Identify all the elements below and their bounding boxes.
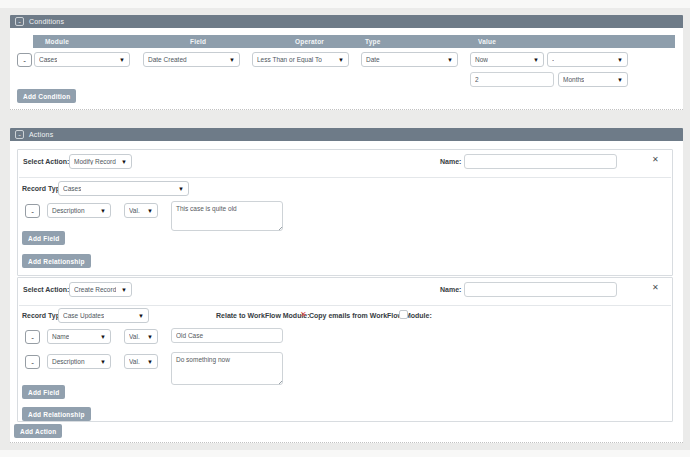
field-select-value: Name — [52, 333, 69, 340]
relate-remove-icon[interactable]: ✕ — [300, 310, 307, 319]
record-type-value: Case Updates — [63, 312, 104, 319]
remove-condition-button[interactable]: - — [17, 53, 32, 67]
condition-value-amount-input[interactable] — [470, 72, 554, 87]
chevron-down-icon: ▼ — [121, 287, 127, 293]
field-value-textarea[interactable]: Do something now — [171, 352, 283, 385]
conditions-title: Conditions — [29, 18, 64, 25]
field-select[interactable]: Description ▼ — [47, 354, 111, 369]
add-field-button[interactable]: Add Field — [22, 231, 65, 245]
actions-title: Actions — [29, 131, 53, 138]
condition-value-operator-select[interactable]: - ▼ — [547, 52, 628, 67]
workflow-editor: - Conditions Module Field Operator Type … — [0, 0, 690, 457]
field-value-input[interactable] — [171, 328, 283, 343]
value-type-select[interactable]: Val. ▼ — [124, 354, 158, 369]
conditions-panel-header[interactable]: - Conditions — [10, 15, 683, 28]
condition-operator-select[interactable]: Less Than or Equal To ▼ — [252, 52, 349, 67]
column-header-field: Field — [190, 35, 206, 48]
action-name-label: Name: — [440, 158, 461, 165]
chevron-down-icon: ▼ — [119, 57, 125, 63]
chevron-down-icon: ▼ — [617, 57, 623, 63]
conditions-body: Module Field Operator Type Value - Cases… — [10, 28, 683, 110]
close-icon[interactable]: ✕ — [652, 155, 659, 164]
chevron-down-icon: ▼ — [138, 313, 144, 319]
column-header-operator: Operator — [295, 35, 324, 48]
column-header-module: Module — [45, 35, 69, 48]
action-type-value: Create Record — [74, 286, 116, 293]
relate-to-workflow-label: Relate to WorkFlow Module: — [216, 312, 310, 319]
chevron-down-icon: ▼ — [178, 186, 184, 192]
add-action-button[interactable]: Add Action — [14, 424, 62, 438]
value-type-value: Val. — [129, 358, 140, 365]
action-name-input[interactable] — [464, 282, 617, 297]
action-type-select[interactable]: Create Record ▼ — [69, 282, 132, 297]
chevron-down-icon: ▼ — [338, 57, 344, 63]
condition-value-source-select[interactable]: Now ▼ — [470, 52, 544, 67]
copy-emails-label: Copy emails from WorkFlow Module: — [309, 312, 432, 319]
collapse-icon[interactable]: - — [15, 17, 24, 26]
conditions-panel: - Conditions Module Field Operator Type … — [10, 15, 683, 110]
chevron-down-icon: ▼ — [447, 57, 453, 63]
close-icon[interactable]: ✕ — [652, 283, 659, 292]
condition-field-select[interactable]: Date Created ▼ — [143, 52, 240, 67]
select-action-label: Select Action: — [23, 286, 69, 293]
remove-field-button[interactable]: - — [25, 330, 40, 344]
value-type-select[interactable]: Val. ▼ — [124, 329, 158, 344]
condition-value-unit-select[interactable]: Months ▼ — [558, 72, 628, 87]
field-select-value: Description — [52, 358, 85, 365]
collapse-icon[interactable]: - — [15, 130, 24, 139]
condition-type-value: Date — [366, 56, 380, 63]
column-header-type: Type — [365, 35, 381, 48]
add-relationship-button[interactable]: Add Relationship — [22, 407, 91, 421]
condition-module-select[interactable]: Cases ▼ — [34, 52, 130, 67]
chevron-down-icon: ▼ — [100, 359, 106, 365]
field-select[interactable]: Description ▼ — [47, 203, 111, 218]
condition-value-source: Now — [475, 56, 488, 63]
action-box-create-record: Select Action: Create Record ▼ Name: ✕ R… — [17, 277, 673, 422]
chevron-down-icon: ▼ — [121, 159, 127, 165]
field-select[interactable]: Name ▼ — [47, 329, 111, 344]
actions-panel-header[interactable]: - Actions — [10, 128, 683, 141]
chevron-down-icon: ▼ — [533, 57, 539, 63]
divider — [19, 305, 671, 306]
condition-operator-value: Less Than or Equal To — [257, 56, 322, 63]
record-type-select[interactable]: Case Updates ▼ — [58, 308, 149, 323]
condition-field-value: Date Created — [148, 56, 187, 63]
select-action-label: Select Action: — [23, 158, 69, 165]
action-type-select[interactable]: Modify Record ▼ — [69, 154, 132, 169]
condition-module-value: Cases — [39, 56, 57, 63]
remove-field-button[interactable]: - — [25, 355, 40, 369]
divider — [19, 177, 671, 178]
chevron-down-icon: ▼ — [100, 208, 106, 214]
previous-panel-edge — [0, 0, 690, 8]
record-type-select[interactable]: Cases ▼ — [58, 181, 189, 196]
next-panel-edge — [0, 450, 690, 457]
add-relationship-button[interactable]: Add Relationship — [22, 254, 91, 268]
chevron-down-icon: ▼ — [229, 57, 235, 63]
chevron-down-icon: ▼ — [100, 334, 106, 340]
action-box-modify-record: Select Action: Modify Record ▼ Name: ✕ R… — [17, 149, 673, 276]
add-condition-button[interactable]: Add Condition — [17, 89, 76, 103]
action-name-input[interactable] — [464, 154, 617, 169]
condition-type-select[interactable]: Date ▼ — [361, 52, 458, 67]
condition-value-unit: Months — [563, 76, 584, 83]
action-type-value: Modify Record — [74, 158, 116, 165]
copy-emails-checkbox[interactable] — [399, 310, 408, 319]
chevron-down-icon: ▼ — [147, 359, 153, 365]
value-type-value: Val. — [129, 333, 140, 340]
value-type-select[interactable]: Val. ▼ — [124, 203, 158, 218]
add-field-button[interactable]: Add Field — [22, 385, 65, 399]
field-select-value: Description — [52, 207, 85, 214]
field-value-textarea[interactable]: This case is quite old — [171, 201, 283, 231]
value-type-value: Val. — [129, 207, 140, 214]
chevron-down-icon: ▼ — [147, 334, 153, 340]
chevron-down-icon: ▼ — [617, 77, 623, 83]
actions-panel: - Actions Select Action: Modify Record ▼… — [10, 128, 683, 443]
conditions-column-header-row: Module Field Operator Type Value — [33, 35, 675, 48]
condition-value-operator: - — [552, 56, 554, 63]
actions-body: Select Action: Modify Record ▼ Name: ✕ R… — [10, 141, 683, 443]
action-name-label: Name: — [440, 286, 461, 293]
chevron-down-icon: ▼ — [147, 208, 153, 214]
record-type-value: Cases — [63, 185, 81, 192]
remove-field-button[interactable]: - — [25, 204, 40, 218]
column-header-value: Value — [478, 35, 496, 48]
